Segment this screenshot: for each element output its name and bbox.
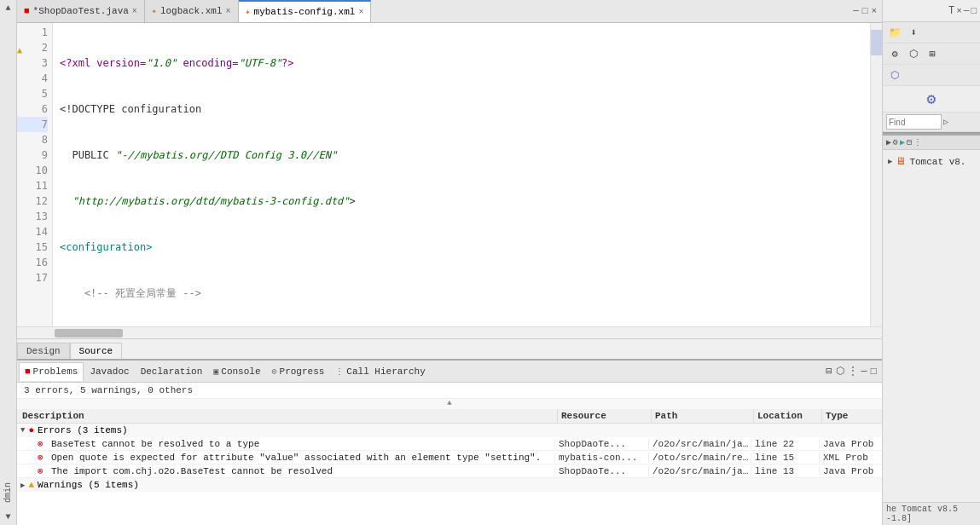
error-resource-2: mybatis-con... (554, 453, 648, 463)
minimize-button[interactable]: ─ (853, 6, 859, 16)
main-window: ▲ dmin ▼ ■ *ShopDaoTest.java × ✦ logback… (0, 0, 980, 525)
tab-declaration[interactable]: Declaration (136, 362, 208, 381)
tab-error-icon: ■ (24, 6, 30, 16)
right-find-row: ▷ (883, 112, 980, 132)
panel-minimize-icon[interactable]: ─ (861, 366, 867, 378)
code-line-4: "http://mybatis.org/dtd/mybatis-3-config… (60, 193, 870, 209)
error-desc-3: The import com.chj.o2o.BaseTest cannot b… (51, 466, 554, 476)
servers-header-icon2[interactable]: ⊟ (907, 137, 912, 147)
line-num-6: 6 (17, 101, 48, 117)
line-num-8: 8 (17, 132, 48, 147)
right-icon-row2: ⚙ ⬡ ⊞ (883, 43, 980, 65)
line-num-14: 14 (17, 224, 48, 239)
sidebar-scroll-up[interactable]: ▲ (5, 3, 10, 13)
design-tab[interactable]: Design (17, 343, 70, 359)
console-label: Console (221, 366, 260, 377)
console-icon: ▣ (213, 366, 218, 377)
right-panel-restore-icon[interactable]: □ (971, 6, 977, 16)
right-panel-minimize-icon[interactable]: ─ (964, 6, 970, 16)
code-line-6: <!-- 死置全局常量 --> (60, 286, 870, 301)
error-summary: 3 errors, 5 warnings, 0 others (17, 383, 882, 399)
find-arrow-right[interactable]: ▷ (943, 117, 948, 127)
error-list[interactable]: ▼ ● Errors (3 items) ⊗ BaseTest cannot b… (17, 424, 882, 525)
tab-mybatis-icon: ✦ (246, 7, 251, 17)
tab-progress[interactable]: ⊙ Progress (267, 362, 330, 381)
error-row-2[interactable]: ⊗ Open quote is expected for attribute "… (17, 451, 882, 464)
tab-logback-close[interactable]: × (226, 7, 231, 16)
servers-list: ▶ 🖥 Tomcat v8. (883, 150, 980, 502)
right-gear-icon[interactable]: ⚙ (927, 89, 937, 108)
progress-icon: ⊙ (272, 366, 277, 377)
error-type-1: Java Prob (819, 439, 879, 449)
line-num-12: 12 (17, 193, 48, 209)
error-desc-2: Open quote is expected for attribute "va… (51, 453, 554, 463)
server-item-tomcat[interactable]: ▶ 🖥 Tomcat v8. (886, 153, 977, 170)
col-header-resource: Resource (558, 409, 652, 423)
tab-problems[interactable]: ■ Problems (19, 362, 84, 381)
tab-shopDao-close[interactable]: × (132, 7, 137, 16)
right-gear-section: ⚙ (883, 86, 980, 112)
bottom-panel: ■ Problems Javadoc Declaration ▣ Console… (17, 359, 882, 525)
editor-hscrollbar[interactable] (17, 326, 882, 338)
panel-maximize-icon[interactable]: □ (871, 366, 877, 378)
code-content[interactable]: <?xml version="1.0" encoding="UTF-8"?> <… (53, 23, 870, 326)
scrollbar-thumb[interactable] (871, 30, 882, 55)
warnings-group-header[interactable]: ▶ ▲ Warnings (5 items) (17, 478, 882, 492)
tab-logback-label: logback.xml (160, 6, 223, 16)
tab-console[interactable]: ▣ Console (208, 362, 265, 381)
error-location-3: line 13 (751, 466, 819, 476)
ide-right-panel: T × ─ □ 📁 ⬇ ⚙ ⬡ ⊞ ⬡ ⚙ ▷ (882, 0, 980, 525)
right-icon-db[interactable]: ⬡ (886, 66, 903, 84)
right-icon-settings[interactable]: ⚙ (886, 45, 903, 62)
tab-javadoc[interactable]: Javadoc (84, 362, 134, 381)
collapse-arrow[interactable]: ▲ (17, 399, 882, 409)
right-icon-arrow-down[interactable]: ⬇ (905, 24, 922, 41)
error-row-3[interactable]: ⊗ The import com.chj.o2o.BaseTest cannot… (17, 464, 882, 478)
right-icon-folder[interactable]: 📁 (886, 24, 903, 41)
right-icon-pages[interactable]: ⊞ (924, 45, 941, 62)
servers-header-collapse[interactable]: ▶ (886, 137, 891, 147)
error-row-1[interactable]: ⊗ BaseTest cannot be resolved to a type … (17, 437, 882, 451)
source-tab[interactable]: Source (70, 343, 123, 359)
line-num-17: 17 (17, 270, 48, 286)
code-line-3: PUBLIC "-//mybatis.org//DTD Config 3.0//… (60, 147, 870, 163)
servers-header-icon3[interactable]: ⋮ (913, 137, 922, 147)
line-num-11: 11 (17, 178, 48, 193)
right-icon-tags[interactable]: ⬡ (905, 45, 922, 62)
error-type-3: Java Prob (819, 466, 879, 476)
servers-header-icon1[interactable]: ⚙ (893, 137, 898, 147)
right-panel-close-icon[interactable]: × (956, 6, 962, 16)
errors-group-header[interactable]: ▼ ● Errors (3 items) (17, 424, 882, 437)
code-line-5: <configuration> (60, 239, 870, 255)
error-resource-1: ShopDaoTe... (554, 439, 648, 449)
line-num-4: 4 (17, 71, 48, 86)
find-input[interactable] (886, 114, 942, 130)
tab-shopDao[interactable]: ■ *ShopDaoTest.java × (17, 0, 145, 22)
problems-label: Problems (33, 366, 78, 377)
error-location-1: line 22 (751, 439, 819, 449)
line-num-16: 16 (17, 255, 48, 270)
server-tomcat-label: Tomcat v8. (909, 157, 966, 167)
hscrollbar-thumb[interactable] (55, 329, 123, 338)
error-path-1: /o2o/src/main/ja... (648, 439, 751, 449)
server-tomcat-icon: 🖥 (896, 155, 906, 168)
sidebar-scroll-down[interactable]: ▼ (5, 512, 10, 522)
link-icon[interactable]: ⬡ (836, 365, 844, 378)
error-icon-1: ⊗ (38, 438, 51, 449)
tab-callhierarchy[interactable]: ⋮ Call Hierarchy (330, 362, 430, 381)
close-button[interactable]: × (871, 6, 877, 16)
right-panel-icon1[interactable]: T (948, 5, 954, 17)
line-num-13: 13 (17, 209, 48, 224)
tab-logback[interactable]: ✦ logback.xml × (145, 0, 239, 22)
code-line-2: <!DOCTYPE configuration (60, 101, 870, 117)
callhierarchy-icon: ⋮ (335, 366, 344, 377)
tab-mybatis[interactable]: ✦ mybatis-config.xml × (239, 0, 372, 22)
editor-vscrollbar[interactable] (870, 23, 882, 326)
restore-button[interactable]: □ (862, 6, 868, 16)
panel-menu-icon[interactable]: ⋮ (848, 365, 858, 378)
filter-icon[interactable]: ⊟ (826, 365, 832, 378)
servers-header-play[interactable]: ▶ (900, 137, 905, 147)
status-text2: -1.8] (886, 514, 977, 523)
collapse-arrow-icon: ▲ (447, 399, 451, 409)
tab-mybatis-close[interactable]: × (358, 8, 363, 17)
